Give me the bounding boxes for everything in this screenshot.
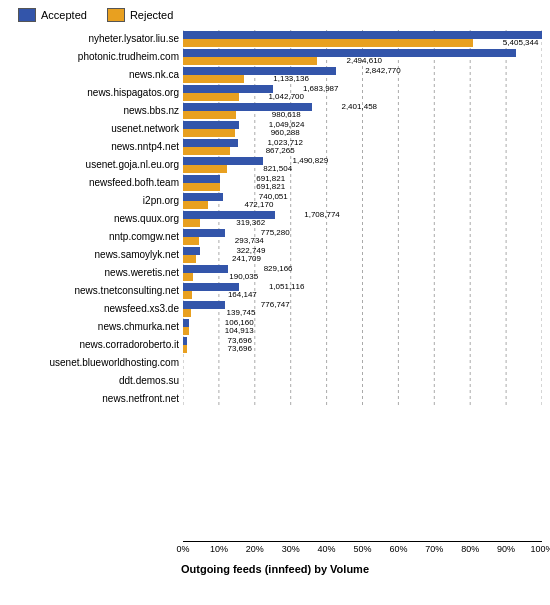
bar-rejected: 1,042,700 [183,93,239,101]
bar-accepted: 775,280 [183,229,225,237]
bar-rejected-label: 104,913 [225,327,254,335]
bar-row: 1,490,829821,504 [183,156,542,174]
bar-row: 1,049,624960,288 [183,120,542,138]
bar-rejected-label: 5,405,344 [503,39,539,47]
y-label: usenet.blueworldhosting.com [8,354,183,372]
bar-accepted: 829,166 [183,265,228,273]
bar-accepted-label: 1,708,774 [304,211,340,219]
bar-accepted-label: 2,401,458 [341,103,377,111]
bar-rejected-label: 293,734 [235,237,264,245]
x-tick-label: 60% [389,544,407,554]
x-tick-label: 50% [353,544,371,554]
bar-row: 1,683,9871,042,700 [183,84,542,102]
bar-rejected: 190,035 [183,273,193,281]
bar-row: 829,166190,035 [183,264,542,282]
y-label: nyheter.lysator.liu.se [8,30,183,48]
legend: Accepted Rejected [8,8,542,22]
x-tick-label: 100% [530,544,550,554]
bar-rejected: 5,405,344 [183,39,473,47]
y-label: photonic.trudheim.com [8,48,183,66]
bar-rejected-label: 1,133,136 [273,75,309,83]
y-label: news.samoylyk.net [8,246,183,264]
bar-rejected: 164,147 [183,291,192,299]
bar-rejected-label: 190,035 [229,273,258,281]
bar-rejected: 472,170 [183,201,208,209]
bar-row: 2,842,7701,133,136 [183,66,542,84]
x-tick-label: 10% [210,544,228,554]
x-axis-row: 0%10%20%30%40%50%60%70%80%90%100% [8,541,542,559]
bar-accepted: 1,683,987 [183,85,273,93]
x-tick-label: 0% [176,544,189,554]
x-tick-label: 30% [282,544,300,554]
bar-rejected: 293,734 [183,237,199,245]
bar-row: 73,69673,696 [183,336,542,354]
bar-rejected: 139,745 [183,309,191,317]
y-axis-labels: nyheter.lysator.liu.sephotonic.trudheim.… [8,30,183,541]
bar-accepted: 73,696 [183,337,187,345]
bar-row: 775,280293,734 [183,228,542,246]
bar-rejected: 2,494,610 [183,57,317,65]
legend-accepted-color [18,8,36,22]
y-label: news.chmurka.net [8,318,183,336]
bar-rejected-label: 960,288 [271,129,300,137]
bar-row: 322,749241,709 [183,246,542,264]
bar-rejected-label: 241,709 [232,255,261,263]
bar-accepted: 6,680,931 [183,31,542,39]
bar-row: 2,401,458980,618 [183,102,542,120]
bar-accepted: 740,051 [183,193,223,201]
bar-row: 691,821691,821 [183,174,542,192]
bar-accepted-label: 1,051,116 [269,283,305,291]
bar-rejected-label: 867,265 [266,147,295,155]
x-tick-label: 70% [425,544,443,554]
bar-row [183,354,542,372]
x-axis-labels: 0%10%20%30%40%50%60%70%80%90%100% [183,541,542,559]
chart-container: Accepted Rejected nyheter.lysator.liu.se… [0,0,550,605]
bar-accepted-label: 1,490,829 [293,157,329,165]
bar-accepted-label: 775,280 [261,229,290,237]
bar-rejected-label: 164,147 [228,291,257,299]
bar-rejected-label: 73,696 [227,345,251,353]
bar-accepted: 322,749 [183,247,200,255]
bar-row: 6,680,9315,405,344 [183,30,542,48]
bar-rejected: 1,133,136 [183,75,244,83]
legend-rejected-label: Rejected [130,9,173,21]
y-label: news.hispagatos.org [8,84,183,102]
bar-row: 106,160104,913 [183,318,542,336]
bar-rejected: 821,504 [183,165,227,173]
y-label: newsfeed.bofh.team [8,174,183,192]
y-label: news.bbs.nz [8,102,183,120]
y-label: newsfeed.xs3.de [8,300,183,318]
x-axis-spacer [8,541,183,559]
bar-accepted-label: 1,683,987 [303,85,339,93]
bar-rejected: 319,362 [183,219,200,227]
y-label: news.weretis.net [8,264,183,282]
bar-rejected-label: 139,745 [227,309,256,317]
bar-accepted-label: 2,842,770 [365,67,401,75]
bar-row [183,372,542,390]
legend-rejected: Rejected [107,8,173,22]
y-label: nntp.comgw.net [8,228,183,246]
x-tick-label: 80% [461,544,479,554]
bar-row: 6,201,8182,494,610 [183,48,542,66]
y-label: news.nk.ca [8,66,183,84]
bar-rejected: 980,618 [183,111,236,119]
chart-title: Outgoing feeds (innfeed) by Volume [8,563,542,575]
bar-accepted: 1,023,712 [183,139,238,147]
bar-row: 1,708,774319,362 [183,210,542,228]
legend-accepted: Accepted [18,8,87,22]
x-tick-label: 90% [497,544,515,554]
bar-rejected-label: 980,618 [272,111,301,119]
bar-accepted: 776,747 [183,301,225,309]
bar-row: 1,051,116164,147 [183,282,542,300]
bar-accepted-label: 829,166 [264,265,293,273]
bar-row: 1,023,712867,265 [183,138,542,156]
y-label: news.tnetconsulting.net [8,282,183,300]
bar-accepted: 2,842,770 [183,67,336,75]
chart-area: nyheter.lysator.liu.sephotonic.trudheim.… [8,30,542,541]
x-tick-label: 20% [246,544,264,554]
bar-rejected: 73,696 [183,345,187,353]
legend-accepted-label: Accepted [41,9,87,21]
bars-area: 6,680,9315,405,3446,201,8182,494,6102,84… [183,30,542,541]
bar-rejected-label: 319,362 [236,219,265,227]
bar-rejected: 960,288 [183,129,235,137]
